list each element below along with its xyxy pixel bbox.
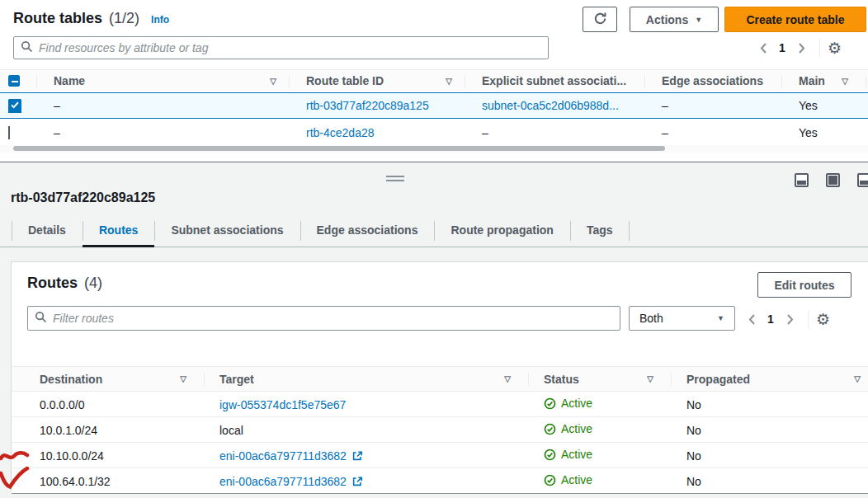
route-tables-table-header: Name ▽ Route table ID ▽ Explicit subnet … [0,69,868,92]
cell-destination: 100.64.0.1/32 [12,475,205,488]
sort-icon: ▽ [842,77,848,86]
column-header-edge-associations[interactable]: Edge associations [645,70,782,92]
routes-filter-input[interactable] [53,312,620,325]
cell-edge: – [645,99,782,112]
cell-main: Yes [782,99,868,112]
column-header-propagated[interactable]: Propagated ▽ [672,367,868,391]
create-route-table-button[interactable]: Create route table [724,7,866,32]
sort-icon: ▽ [854,374,861,383]
settings-gear-icon[interactable]: ⚙︎ [828,40,842,56]
scrollbar-thumb[interactable] [13,146,665,151]
route-table-id-link[interactable]: rtb-03d77af220c89a125 [306,99,429,112]
target-link[interactable]: igw-055374dc1f5e75e67 [219,398,346,411]
row-checkbox-checked[interactable] [8,99,21,113]
edit-routes-button[interactable]: Edit routes [757,272,851,298]
subnet-association-link[interactable]: subnet-0ca5c2d06b988d... [482,99,619,112]
panel-layout-full-icon[interactable] [826,173,840,187]
target-link[interactable]: eni-00ac6a797711d3682 [219,449,347,463]
actions-button-label: Actions [646,13,688,26]
cell-destination: 0.0.0.0/0 [12,398,205,411]
status-active-icon [544,474,556,486]
cell-name: – [37,99,290,112]
chevron-left-icon[interactable] [741,309,762,329]
detail-tabs: Details Routes Subnet associations Edge … [0,214,868,247]
sort-icon: ▽ [647,374,653,383]
sort-icon: ▽ [270,77,276,86]
column-header-destination[interactable]: Destination ▽ [12,367,205,391]
tab-edge-associations[interactable]: Edge associations [300,214,435,247]
cell-propagated: No [672,449,868,463]
tab-route-propagation[interactable]: Route propagation [434,214,569,247]
divider [808,310,809,328]
horizontal-scrollbar [0,145,868,153]
external-link-icon[interactable] [351,450,363,462]
page-number[interactable]: 1 [774,41,790,54]
column-header-explicit-subnet[interactable]: Explicit subnet associati... [465,70,645,92]
pagination-top: 1 ⚙︎ [752,37,842,59]
caret-down-icon: ▼ [717,314,724,322]
active-tab-underline [83,245,154,247]
pagination-routes: 1 ⚙︎ [741,308,830,330]
panel-layout-bottom-icon[interactable] [795,173,809,187]
tab-routes[interactable]: Routes [83,214,154,247]
route-row: 100.64.0.1/32 eni-00ac6a797711d3682 Acti… [12,469,868,494]
caret-down-icon: ▼ [695,16,702,24]
header-select-all-cell [0,70,37,92]
panel-layout-side-icon[interactable] [857,173,868,187]
search-icon [21,40,33,55]
cell-main: Yes [782,126,868,139]
status-badge: Active [544,448,592,461]
refresh-button[interactable] [583,7,617,32]
cell-edge: – [645,126,782,139]
route-type-select[interactable]: Both ▼ [629,306,735,331]
sort-icon: ▽ [446,77,452,86]
cell-name: – [37,126,290,139]
route-tables-list-section: Route tables (1/2) Info Actions ▼ Create… [0,0,868,162]
tab-subnet-associations[interactable]: Subnet associations [154,214,300,247]
cell-propagated: No [672,424,868,437]
page-title-text: Route tables [13,10,102,27]
cell-destination: 10.0.1.0/24 [12,424,205,437]
row-checkbox[interactable] [8,126,10,139]
table-row[interactable]: – rtb-03d77af220c89a125 subnet-0ca5c2d06… [0,92,868,119]
table-row[interactable]: – rtb-4ce2da28 – – Yes [0,120,868,146]
cell-destination: 10.10.0.0/24 [12,449,205,463]
column-header-main[interactable]: Main ▽ [782,70,868,92]
tab-tags[interactable]: Tags [570,214,630,247]
status-active-icon [544,423,556,435]
cell-propagated: No [672,398,868,411]
status-badge: Active [544,422,592,435]
page-number[interactable]: 1 [762,312,779,326]
routes-card-title: Routes (4) [27,275,102,292]
routes-card: Routes (4) Edit routes Both ▼ 1 ⚙︎ [11,261,868,491]
select-all-checkbox[interactable] [8,75,20,87]
panel-layout-switcher [795,173,868,187]
target-link[interactable]: eni-00ac6a797711d3682 [219,475,347,488]
search-input[interactable] [39,41,548,54]
cell-subnet: – [465,126,645,139]
column-header-route-table-id[interactable]: Route table ID ▽ [290,70,465,92]
create-route-table-label: Create route table [746,13,844,26]
cell-propagated: No [672,475,868,488]
tab-details[interactable]: Details [12,214,83,247]
chevron-right-icon[interactable] [790,38,812,58]
routes-filter-box [27,306,620,331]
status-badge: Active [544,473,592,486]
route-row: 10.0.1.0/24 local Active No [12,418,868,443]
route-row: 0.0.0.0/0 igw-055374dc1f5e75e67 Active N… [12,392,868,417]
column-header-name[interactable]: Name ▽ [37,70,290,92]
settings-gear-icon[interactable]: ⚙︎ [816,312,830,327]
actions-button[interactable]: Actions ▼ [630,7,719,32]
vpc-route-tables-page: { "colors": { "link_blue": "#0073bb", "p… [0,0,868,498]
panel-drag-handle[interactable] [386,176,404,181]
sort-icon: ▽ [504,374,511,383]
chevron-right-icon[interactable] [779,309,800,329]
chevron-left-icon[interactable] [752,38,774,58]
column-header-target[interactable]: Target ▽ [205,367,529,391]
route-table-id-link[interactable]: rtb-4ce2da28 [306,126,375,139]
column-header-status[interactable]: Status ▽ [529,367,672,391]
info-link[interactable]: Info [151,14,169,26]
detail-heading: rtb-03d77af220c89a125 [11,190,155,205]
external-link-icon[interactable] [351,476,363,487]
page-title-count: (1/2) [109,10,139,27]
